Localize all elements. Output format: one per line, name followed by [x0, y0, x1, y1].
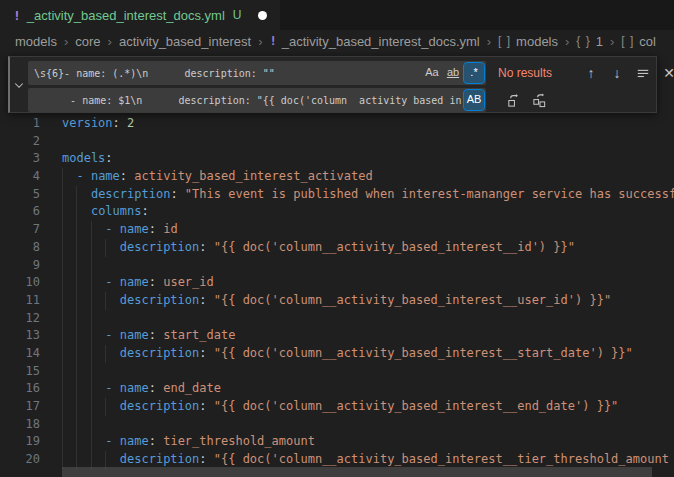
find-input-value: \s{6}- name: (.*)\n description: "": [34, 68, 421, 79]
indent-guide: [62, 416, 63, 434]
indent-guide: [91, 274, 92, 292]
line-number[interactable]: 14: [0, 345, 40, 363]
code-line[interactable]: 6 columns:: [0, 203, 674, 221]
whole-word-toggle[interactable]: ab: [443, 63, 463, 83]
line-number[interactable]: 1: [0, 115, 40, 133]
line-number[interactable]: 7: [0, 221, 40, 239]
find-input[interactable]: \s{6}- name: (.*)\n description: "" Aa a…: [28, 61, 486, 85]
indent-guide: [91, 380, 92, 398]
line-number[interactable]: 16: [0, 380, 40, 398]
breadcrumb-label: _activity_based_interest_docs.yml: [282, 34, 480, 49]
code-area[interactable]: 1version: 223models:4 - name: activity_b…: [0, 115, 674, 469]
indent-guide: [76, 257, 77, 275]
line-number[interactable]: 6: [0, 203, 40, 221]
code-line[interactable]: 18: [0, 416, 674, 434]
tab-bar: ! _activity_based_interest_docs.yml U: [0, 0, 674, 30]
breadcrumb-item-_activity_based_interest_docs.yml[interactable]: !_activity_based_interest_docs.yml: [270, 34, 480, 49]
breadcrumb-label: col: [639, 34, 656, 49]
line-content: - name: start_date: [62, 327, 235, 345]
line-number[interactable]: 18: [0, 416, 40, 434]
code-line[interactable]: 14 description: "{{ doc('column__activit…: [0, 345, 674, 363]
git-untracked-badge: U: [233, 8, 242, 22]
indent-guide: [91, 310, 92, 328]
breadcrumb-item-col[interactable]: [ ]col: [621, 34, 656, 49]
code-line[interactable]: 1version: 2: [0, 115, 674, 133]
unsaved-changes-dot-icon[interactable]: [258, 11, 267, 20]
code-line[interactable]: 11 description: "{{ doc('column__activit…: [0, 292, 674, 310]
indent-guide: [91, 239, 92, 257]
horizontal-scrollbar[interactable]: [62, 467, 652, 477]
line-number[interactable]: 4: [0, 168, 40, 186]
tab-activity-based-interest-docs[interactable]: ! _activity_based_interest_docs.yml U: [0, 0, 280, 30]
next-match-button[interactable]: ↓: [606, 62, 628, 84]
line-number[interactable]: 8: [0, 239, 40, 257]
line-number[interactable]: 15: [0, 363, 40, 381]
editor-pane[interactable]: 1version: 223models:4 - name: activity_b…: [0, 52, 674, 477]
line-number[interactable]: 3: [0, 150, 40, 168]
code-line[interactable]: 15: [0, 363, 674, 381]
breadcrumb-item-models[interactable]: models: [15, 34, 57, 49]
regex-toggle[interactable]: .*: [464, 63, 484, 83]
indent-guide: [91, 433, 92, 451]
code-line[interactable]: 12: [0, 310, 674, 328]
breadcrumb-item-1[interactable]: { }1: [576, 34, 603, 49]
code-line[interactable]: 19 - name: tier_threshold_amount: [0, 433, 674, 451]
breadcrumb-label: models: [15, 34, 57, 49]
replace-input[interactable]: - name: $1\n description: "{{ doc('colum…: [28, 88, 486, 112]
indent-guide: [91, 257, 92, 275]
indent-guide: [76, 292, 77, 310]
breadcrumb: models›core›activity_based_interest›!_ac…: [0, 30, 674, 52]
line-content: columns:: [62, 203, 149, 221]
replace-all-button[interactable]: [528, 89, 550, 111]
indent-guide: [91, 327, 92, 345]
line-number[interactable]: 10: [0, 274, 40, 292]
code-line[interactable]: 16 - name: end_date: [0, 380, 674, 398]
code-line[interactable]: 9: [0, 257, 674, 275]
breadcrumb-item-models[interactable]: [ ]models: [498, 34, 558, 49]
toggle-replace-chevron-icon[interactable]: [10, 57, 28, 112]
code-line[interactable]: 7 - name: id: [0, 221, 674, 239]
close-find-widget-button[interactable]: ✕: [658, 62, 674, 84]
breadcrumb-item-activity_based_interest[interactable]: activity_based_interest: [119, 34, 251, 49]
indent-guide: [62, 310, 63, 328]
code-line[interactable]: 5 description: "This event is published …: [0, 186, 674, 204]
indent-guide: [91, 416, 92, 434]
replace-button[interactable]: [502, 89, 524, 111]
code-line[interactable]: 2: [0, 133, 674, 151]
line-number[interactable]: 2: [0, 133, 40, 151]
line-number[interactable]: 13: [0, 327, 40, 345]
match-case-toggle[interactable]: Aa: [422, 63, 442, 83]
indent-guide: [76, 433, 77, 451]
line-number[interactable]: 17: [0, 398, 40, 416]
replace-row: - name: $1\n description: "{{ doc('colum…: [28, 88, 652, 112]
preserve-case-toggle[interactable]: AB: [464, 90, 484, 110]
breadcrumb-label: 1: [596, 34, 603, 49]
breadcrumb-separator-icon: ›: [487, 34, 491, 49]
breadcrumb-label: core: [75, 34, 100, 49]
line-number[interactable]: 5: [0, 186, 40, 204]
indent-guide: [76, 274, 77, 292]
code-line[interactable]: 3models:: [0, 150, 674, 168]
code-line[interactable]: 13 - name: start_date: [0, 327, 674, 345]
find-in-selection-button[interactable]: [632, 62, 654, 84]
line-content: - name: end_date: [62, 380, 221, 398]
line-number[interactable]: 11: [0, 292, 40, 310]
indent-guide: [76, 327, 77, 345]
previous-match-button[interactable]: ↑: [580, 62, 602, 84]
indent-guide: [76, 221, 77, 239]
line-number[interactable]: 19: [0, 433, 40, 451]
line-number[interactable]: 12: [0, 310, 40, 328]
code-line[interactable]: 4 - name: activity_based_interest_activa…: [0, 168, 674, 186]
code-line[interactable]: 17 description: "{{ doc('column__activit…: [0, 398, 674, 416]
indent-guide: [62, 345, 63, 363]
line-number[interactable]: 9: [0, 257, 40, 275]
code-line[interactable]: 8 description: "{{ doc('column__activity…: [0, 239, 674, 257]
indent-guide: [91, 292, 92, 310]
line-number[interactable]: 20: [0, 451, 40, 469]
line-content: - name: activity_based_interest_activate…: [62, 168, 373, 186]
indent-guide: [76, 203, 77, 221]
code-line[interactable]: 10 - name: user_id: [0, 274, 674, 292]
breadcrumb-item-core[interactable]: core: [75, 34, 100, 49]
indent-guide: [62, 380, 63, 398]
array-symbol-icon: [ ]: [498, 34, 511, 48]
